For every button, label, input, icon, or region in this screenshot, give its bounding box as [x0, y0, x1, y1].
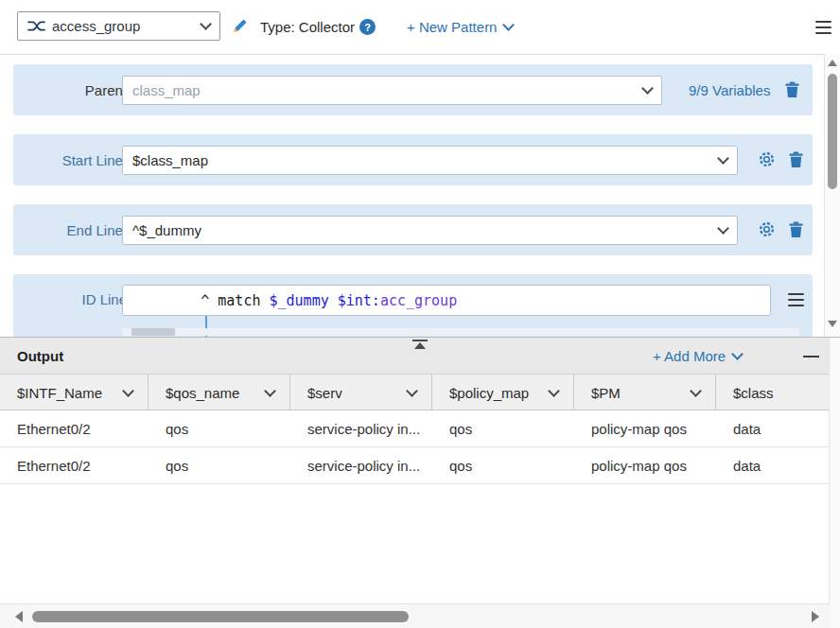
output-table-header: $INTF_Name $qos_name $serv $policy_map $…: [0, 375, 840, 410]
pattern-selector-value: access_group: [52, 18, 195, 34]
chevron-down-icon: [717, 152, 729, 165]
cell-serv: service-policy in...: [290, 447, 432, 484]
scroll-up-arrow[interactable]: [828, 60, 837, 66]
collapse-up-icon: [414, 342, 426, 349]
gear-icon[interactable]: [758, 150, 776, 171]
chevron-down-icon: [731, 348, 744, 360]
vertical-scrollbar-thumb[interactable]: [828, 74, 837, 189]
cell-pm: policy-map qos: [574, 447, 716, 484]
minimize-button[interactable]: [803, 356, 819, 358]
column-header[interactable]: $serv: [290, 375, 432, 410]
id-line-row: ID Line ^ match $_dummy $int:acc_group: [13, 274, 813, 337]
help-icon[interactable]: ?: [359, 19, 376, 35]
column-label: $PM: [591, 385, 621, 401]
variables-link[interactable]: 9/9 Variables: [689, 64, 770, 115]
chevron-down-icon: [122, 385, 134, 397]
scroll-right-arrow[interactable]: [812, 611, 819, 622]
idline-literal: ^ match: [201, 292, 269, 309]
chevron-down-icon: [641, 82, 654, 95]
idline-space: [329, 292, 338, 309]
cell-policy-map: qos: [432, 410, 574, 447]
table-row[interactable]: Ethernet0/2 qos service-policy in... qos…: [0, 447, 840, 484]
pattern-selector-dropdown[interactable]: access_group: [17, 11, 220, 41]
parent-row: Parent class_map 9/9 Variables: [13, 64, 813, 115]
start-line-row: Start Line: $class_map: [13, 134, 813, 185]
horizontal-scrollbar-thumb[interactable]: [32, 611, 409, 622]
idline-var-name: acc_group: [380, 292, 457, 309]
output-title: Output: [17, 338, 63, 375]
gear-icon[interactable]: [758, 220, 776, 241]
end-line-label: End Line:: [32, 204, 127, 255]
pattern-editor-window: access_group Type: Collector ? + New Pat…: [0, 0, 840, 628]
end-line-value: ^$_dummy: [132, 222, 719, 238]
pattern-merge-icon: [27, 19, 45, 33]
id-line-menu-icon[interactable]: [788, 293, 804, 306]
parent-select[interactable]: class_map: [122, 76, 662, 105]
edit-pencil-icon[interactable]: [232, 18, 249, 38]
inner-horizontal-scrollbar[interactable]: [122, 328, 799, 336]
cell-pm: policy-map qos: [574, 410, 716, 447]
collapse-panel-handle[interactable]: [411, 340, 429, 349]
trash-icon[interactable]: [785, 81, 799, 101]
output-header: Output + Add More: [0, 338, 840, 375]
scroll-left-arrow[interactable]: [15, 611, 23, 622]
column-label: $qos_name: [166, 385, 239, 401]
parent-label: Parent: [32, 64, 127, 115]
type-label: Type: Collector: [260, 0, 355, 54]
chevron-down-icon: [690, 385, 702, 397]
menu-hamburger-icon[interactable]: [815, 21, 831, 34]
start-line-label: Start Line:: [32, 134, 127, 185]
id-line-label: ID Line: [32, 274, 127, 323]
output-panel: Output + Add More $INTF_Name $qos_name $…: [0, 337, 840, 628]
scrollbar-gutter: [829, 338, 840, 628]
chevron-down-icon: [548, 385, 560, 397]
new-pattern-label: + New Pattern: [407, 19, 497, 35]
start-line-select[interactable]: $class_map: [122, 146, 738, 175]
scroll-down-arrow[interactable]: [828, 321, 837, 327]
column-label: $class: [733, 385, 774, 401]
column-header[interactable]: $policy_map: [432, 375, 574, 410]
cell-class: data: [716, 410, 840, 447]
id-line-input[interactable]: ^ match $_dummy $int:acc_group: [122, 285, 771, 316]
column-header[interactable]: $INTF_Name: [0, 375, 149, 410]
trash-icon[interactable]: [789, 221, 803, 241]
column-label: $serv: [307, 385, 342, 401]
cell-qos-name: qos: [149, 447, 290, 484]
chevron-down-icon: [503, 19, 516, 31]
horizontal-scrollbar[interactable]: [0, 603, 830, 628]
chevron-down-icon: [264, 385, 276, 397]
add-more-label: + Add More: [653, 348, 726, 364]
column-header[interactable]: $PM: [574, 375, 716, 410]
top-toolbar: access_group Type: Collector ? + New Pat…: [0, 0, 840, 55]
new-pattern-button[interactable]: + New Pattern: [407, 0, 513, 54]
column-header[interactable]: $qos_name: [149, 375, 290, 410]
chevron-down-icon: [406, 385, 418, 397]
add-more-button[interactable]: + Add More: [653, 338, 742, 375]
idline-var-int: $int:: [338, 292, 380, 309]
parent-select-value: class_map: [132, 82, 643, 98]
cell-qos-name: qos: [149, 410, 290, 447]
column-header[interactable]: $class: [716, 375, 840, 410]
vertical-scrollbar[interactable]: [824, 54, 840, 337]
cell-intf-name: Ethernet0/2: [0, 410, 149, 447]
column-label: $policy_map: [449, 385, 529, 401]
start-line-value: $class_map: [132, 152, 719, 168]
inner-scrollbar-thumb[interactable]: [131, 328, 175, 336]
cell-serv: service-policy in...: [290, 410, 432, 447]
table-row[interactable]: Ethernet0/2 qos service-policy in... qos…: [0, 410, 840, 447]
trash-icon[interactable]: [789, 151, 803, 171]
chevron-down-icon: [717, 222, 729, 235]
chevron-down-icon: [200, 18, 212, 30]
end-line-select[interactable]: ^$_dummy: [122, 216, 738, 245]
idline-var-dummy: $_dummy: [270, 292, 329, 309]
cell-class: data: [716, 447, 840, 484]
cell-intf-name: Ethernet0/2: [0, 447, 149, 484]
cell-policy-map: qos: [432, 447, 574, 484]
end-line-row: End Line: ^$_dummy: [13, 204, 813, 255]
column-label: $INTF_Name: [17, 385, 102, 401]
